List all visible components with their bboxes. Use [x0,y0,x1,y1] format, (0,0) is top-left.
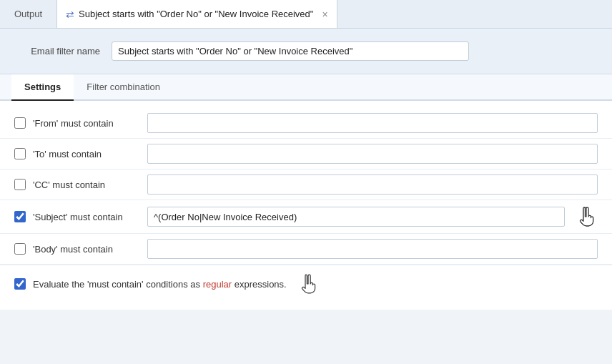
body-input[interactable] [147,239,598,259]
tab-output[interactable]: Output [0,0,57,28]
subject-label: 'Subject' must contain [33,212,140,222]
filter-row-from: 'From' must contain [0,108,612,139]
close-tab-button[interactable]: × [322,9,327,19]
regex-label-before: Evaluate the 'must contain' conditions a… [33,279,203,290]
cc-input[interactable] [147,174,598,195]
regex-checkbox-wrap[interactable] [14,278,26,290]
from-checkbox[interactable] [14,117,26,129]
subject-checkbox-wrap[interactable] [14,211,26,222]
hand-cursor-icon-2 [297,272,320,295]
filter-name-input[interactable] [112,41,469,61]
cc-checkbox[interactable] [14,179,26,190]
tab-active[interactable]: ⇄ Subject starts with "Order No" or "New… [57,0,337,28]
filter-row-subject: 'Subject' must contain [0,200,612,234]
tab-filter-icon: ⇄ [66,9,74,20]
from-label: 'From' must contain [33,118,140,129]
filter-name-label: Email filter name [21,46,100,56]
filter-name-row: Email filter name [0,29,612,74]
regex-row: Evaluate the 'must contain' conditions a… [0,265,612,302]
body-checkbox[interactable] [14,243,26,255]
filter-row-cc: 'CC' must contain [0,169,612,200]
cc-label: 'CC' must contain [33,179,140,190]
tab-filter-combination[interactable]: Filter combination [74,74,173,101]
settings-tabs: Settings Filter combination [0,74,612,101]
regex-label: Evaluate the 'must contain' conditions a… [33,279,287,290]
subject-checkbox[interactable] [14,211,26,222]
tab-settings[interactable]: Settings [11,74,74,101]
main-content: 'From' must contain 'To' must contain 'C… [0,101,612,310]
to-label: 'To' must contain [33,149,140,159]
to-input[interactable] [147,144,598,164]
cc-checkbox-wrap[interactable] [14,179,26,190]
tab-settings-label: Settings [24,82,61,92]
regex-checkbox[interactable] [14,278,26,290]
body-label: 'Body' must contain [33,244,140,255]
filter-row-to: 'To' must contain [0,139,612,169]
tab-filter-combination-label: Filter combination [87,82,160,92]
to-checkbox[interactable] [14,148,26,159]
body-checkbox-wrap[interactable] [14,243,26,255]
output-label: Output [14,9,42,19]
to-checkbox-wrap[interactable] [14,148,26,159]
active-tab-label: Subject starts with "Order No" or "New I… [79,9,313,19]
filter-row-body: 'Body' must contain [0,234,612,265]
regex-label-after: expressions. [232,279,287,290]
from-checkbox-wrap[interactable] [14,117,26,129]
subject-input[interactable] [147,207,565,227]
hand-cursor-icon [575,205,598,228]
tab-bar: Output ⇄ Subject starts with "Order No" … [0,0,612,29]
regex-label-regular: regular [203,279,232,290]
from-input[interactable] [147,113,598,133]
